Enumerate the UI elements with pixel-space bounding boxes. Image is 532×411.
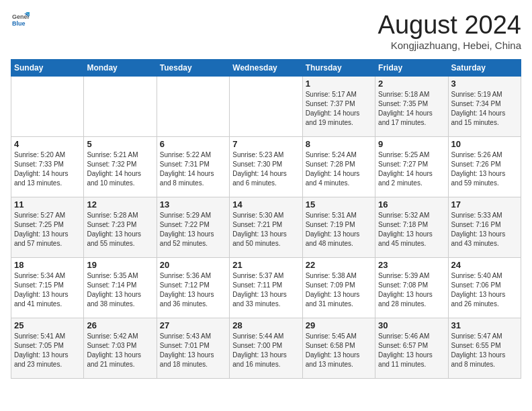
cell-content: Sunrise: 5:32 AM Sunset: 7:18 PM Dayligh…: [378, 211, 445, 248]
calendar-cell: 27Sunrise: 5:43 AM Sunset: 7:01 PM Dayli…: [157, 318, 229, 379]
cell-content: Sunrise: 5:35 AM Sunset: 7:14 PM Dayligh…: [87, 271, 153, 309]
calendar-cell: 2Sunrise: 5:18 AM Sunset: 7:35 PM Daylig…: [375, 77, 448, 137]
calendar-cell: 19Sunrise: 5:35 AM Sunset: 7:14 PM Dayli…: [84, 258, 157, 318]
calendar-cell: [11, 77, 84, 137]
calendar-cell: 4Sunrise: 5:20 AM Sunset: 7:33 PM Daylig…: [11, 137, 84, 197]
svg-text:Blue: Blue: [12, 20, 26, 27]
calendar-cell: 29Sunrise: 5:45 AM Sunset: 6:58 PM Dayli…: [302, 318, 375, 379]
day-number: 5: [87, 139, 153, 149]
location-subtitle: Kongjiazhuang, Hebei, China: [378, 40, 521, 51]
cell-content: Sunrise: 5:43 AM Sunset: 7:01 PM Dayligh…: [160, 332, 226, 369]
calendar-cell: [157, 77, 229, 137]
day-number: 16: [378, 199, 445, 210]
cell-content: Sunrise: 5:25 AM Sunset: 7:27 PM Dayligh…: [378, 150, 445, 188]
cell-content: Sunrise: 5:17 AM Sunset: 7:37 PM Dayligh…: [306, 90, 372, 128]
calendar-cell: 6Sunrise: 5:22 AM Sunset: 7:31 PM Daylig…: [157, 137, 229, 197]
day-number: 2: [378, 79, 445, 89]
day-number: 20: [160, 260, 226, 270]
calendar-cell: 8Sunrise: 5:24 AM Sunset: 7:28 PM Daylig…: [302, 137, 375, 197]
cell-content: Sunrise: 5:42 AM Sunset: 7:03 PM Dayligh…: [87, 332, 153, 369]
cell-content: Sunrise: 5:47 AM Sunset: 6:55 PM Dayligh…: [451, 332, 518, 369]
day-number: 10: [451, 139, 518, 149]
week-row-4: 18Sunrise: 5:34 AM Sunset: 7:15 PM Dayli…: [11, 258, 521, 318]
calendar-cell: 1Sunrise: 5:17 AM Sunset: 7:37 PM Daylig…: [302, 77, 375, 137]
weekday-header-sunday: Sunday: [11, 60, 84, 77]
calendar-cell: 3Sunrise: 5:19 AM Sunset: 7:34 PM Daylig…: [448, 77, 521, 137]
week-row-1: 1Sunrise: 5:17 AM Sunset: 7:37 PM Daylig…: [11, 77, 521, 137]
day-number: 19: [87, 260, 153, 270]
calendar-cell: 21Sunrise: 5:37 AM Sunset: 7:11 PM Dayli…: [230, 258, 302, 318]
day-number: 18: [14, 260, 81, 270]
day-number: 26: [87, 320, 153, 330]
calendar-cell: [230, 77, 302, 137]
weekday-header-monday: Monday: [84, 60, 157, 77]
day-number: 15: [306, 199, 372, 210]
calendar-cell: 17Sunrise: 5:33 AM Sunset: 7:16 PM Dayli…: [448, 197, 521, 258]
calendar-table: SundayMondayTuesdayWednesdayThursdayFrid…: [11, 59, 521, 379]
calendar-cell: 7Sunrise: 5:23 AM Sunset: 7:30 PM Daylig…: [230, 137, 302, 197]
day-number: 9: [378, 139, 445, 149]
calendar-cell: 23Sunrise: 5:39 AM Sunset: 7:08 PM Dayli…: [375, 258, 448, 318]
calendar-cell: 30Sunrise: 5:46 AM Sunset: 6:57 PM Dayli…: [375, 318, 448, 379]
cell-content: Sunrise: 5:46 AM Sunset: 6:57 PM Dayligh…: [378, 332, 445, 369]
weekday-header-friday: Friday: [375, 60, 448, 77]
weekday-header-thursday: Thursday: [302, 60, 375, 77]
day-number: 3: [451, 79, 518, 89]
calendar-cell: 14Sunrise: 5:30 AM Sunset: 7:21 PM Dayli…: [230, 197, 302, 258]
cell-content: Sunrise: 5:23 AM Sunset: 7:30 PM Dayligh…: [232, 150, 299, 188]
weekday-header-wednesday: Wednesday: [230, 60, 302, 77]
cell-content: Sunrise: 5:18 AM Sunset: 7:35 PM Dayligh…: [378, 90, 445, 128]
calendar-cell: 28Sunrise: 5:44 AM Sunset: 7:00 PM Dayli…: [230, 318, 302, 379]
calendar-cell: 31Sunrise: 5:47 AM Sunset: 6:55 PM Dayli…: [448, 318, 521, 379]
day-number: 30: [378, 320, 445, 330]
cell-content: Sunrise: 5:38 AM Sunset: 7:09 PM Dayligh…: [306, 271, 372, 309]
cell-content: Sunrise: 5:45 AM Sunset: 6:58 PM Dayligh…: [306, 332, 372, 369]
calendar-cell: [84, 77, 157, 137]
day-number: 14: [232, 199, 299, 210]
calendar-cell: 10Sunrise: 5:26 AM Sunset: 7:26 PM Dayli…: [448, 137, 521, 197]
cell-content: Sunrise: 5:41 AM Sunset: 7:05 PM Dayligh…: [14, 332, 81, 369]
cell-content: Sunrise: 5:30 AM Sunset: 7:21 PM Dayligh…: [232, 211, 299, 248]
week-row-3: 11Sunrise: 5:27 AM Sunset: 7:25 PM Dayli…: [11, 197, 521, 258]
title-block: August 2024 Kongjiazhuang, Hebei, China: [378, 11, 521, 51]
cell-content: Sunrise: 5:44 AM Sunset: 7:00 PM Dayligh…: [232, 332, 299, 369]
logo: General Blue: [11, 11, 32, 30]
week-row-5: 25Sunrise: 5:41 AM Sunset: 7:05 PM Dayli…: [11, 318, 521, 379]
day-number: 4: [14, 139, 81, 149]
weekday-header-saturday: Saturday: [448, 60, 521, 77]
day-number: 12: [87, 199, 153, 210]
cell-content: Sunrise: 5:33 AM Sunset: 7:16 PM Dayligh…: [451, 211, 518, 248]
calendar-cell: 26Sunrise: 5:42 AM Sunset: 7:03 PM Dayli…: [84, 318, 157, 379]
day-number: 1: [306, 79, 372, 89]
day-number: 31: [451, 320, 518, 330]
day-number: 8: [306, 139, 372, 149]
cell-content: Sunrise: 5:29 AM Sunset: 7:22 PM Dayligh…: [160, 211, 226, 248]
cell-content: Sunrise: 5:19 AM Sunset: 7:34 PM Dayligh…: [451, 90, 518, 128]
cell-content: Sunrise: 5:34 AM Sunset: 7:15 PM Dayligh…: [14, 271, 81, 309]
weekday-header-tuesday: Tuesday: [157, 60, 229, 77]
day-number: 11: [14, 199, 81, 210]
calendar-cell: 16Sunrise: 5:32 AM Sunset: 7:18 PM Dayli…: [375, 197, 448, 258]
day-number: 23: [378, 260, 445, 270]
page-header: General Blue August 2024 Kongjiazhuang, …: [11, 11, 521, 51]
day-number: 24: [451, 260, 518, 270]
cell-content: Sunrise: 5:21 AM Sunset: 7:32 PM Dayligh…: [87, 150, 153, 188]
cell-content: Sunrise: 5:24 AM Sunset: 7:28 PM Dayligh…: [306, 150, 372, 188]
day-number: 27: [160, 320, 226, 330]
cell-content: Sunrise: 5:28 AM Sunset: 7:23 PM Dayligh…: [87, 211, 153, 248]
cell-content: Sunrise: 5:40 AM Sunset: 7:06 PM Dayligh…: [451, 271, 518, 309]
day-number: 22: [306, 260, 372, 270]
calendar-cell: 18Sunrise: 5:34 AM Sunset: 7:15 PM Dayli…: [11, 258, 84, 318]
cell-content: Sunrise: 5:27 AM Sunset: 7:25 PM Dayligh…: [14, 211, 81, 248]
calendar-cell: 15Sunrise: 5:31 AM Sunset: 7:19 PM Dayli…: [302, 197, 375, 258]
cell-content: Sunrise: 5:37 AM Sunset: 7:11 PM Dayligh…: [232, 271, 299, 309]
day-number: 29: [306, 320, 372, 330]
day-number: 7: [232, 139, 299, 149]
day-number: 25: [14, 320, 81, 330]
calendar-cell: 22Sunrise: 5:38 AM Sunset: 7:09 PM Dayli…: [302, 258, 375, 318]
calendar-cell: 13Sunrise: 5:29 AM Sunset: 7:22 PM Dayli…: [157, 197, 229, 258]
day-number: 21: [232, 260, 299, 270]
calendar-cell: 9Sunrise: 5:25 AM Sunset: 7:27 PM Daylig…: [375, 137, 448, 197]
cell-content: Sunrise: 5:36 AM Sunset: 7:12 PM Dayligh…: [160, 271, 226, 309]
cell-content: Sunrise: 5:22 AM Sunset: 7:31 PM Dayligh…: [160, 150, 226, 188]
